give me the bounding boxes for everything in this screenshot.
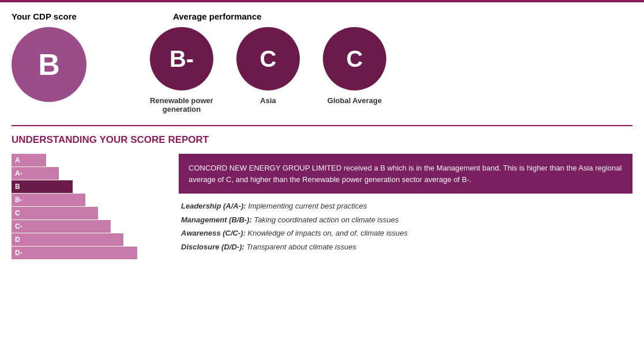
score-description-box: CONCORD NEW ENERGY GROUP LIMITED receive…: [179, 154, 632, 194]
band-leadership-name: Leadership (A/A-):: [181, 202, 248, 210]
asia-circle: C: [236, 27, 300, 90]
global-circle: C: [323, 27, 386, 90]
global-score: C: [347, 46, 363, 72]
right-section: CONCORD NEW ENERGY GROUP LIMITED receive…: [179, 154, 632, 252]
stair-row-a: A: [12, 154, 161, 166]
global-label: Global Average: [327, 96, 382, 105]
average-performance-label: Average performance: [173, 12, 262, 21]
band-disclosure-name: Disclosure (D/D-):: [181, 243, 246, 251]
stair-row-d: D: [12, 233, 161, 246]
band-awareness-name: Awareness (C/C-):: [181, 229, 248, 237]
stair-bar-cminus: C-: [12, 220, 111, 233]
renewable-label: Renewable powergeneration: [150, 96, 213, 113]
stair-row-cminus: C-: [12, 220, 161, 233]
band-item-awareness: Awareness (C/C-): Knowledge of impacts o…: [181, 228, 632, 239]
band-disclosure-desc: Transparent about climate issues: [246, 243, 356, 251]
band-item-leadership: Leadership (A/A-): Implementing current …: [181, 200, 632, 212]
circle-item-global: C Global Average: [323, 27, 386, 105]
main-container: Your CDP score B Average performance B- …: [0, 2, 644, 269]
stair-row-aminus: A-: [12, 167, 161, 180]
band-descriptions: Leadership (A/A-): Implementing current …: [179, 200, 632, 252]
section-divider: [12, 125, 632, 126]
understanding-title: UNDERSTANDING YOUR SCORE REPORT: [12, 134, 632, 146]
asia-label: Asia: [260, 96, 276, 105]
circle-item-asia: C Asia: [236, 27, 300, 105]
stair-bar-b: B: [12, 180, 73, 193]
stair-row-b: B: [12, 180, 161, 193]
band-item-disclosure: Disclosure (D/D-): Transparent about cli…: [181, 241, 632, 253]
average-performance-section: Average performance B- Renewable powerge…: [138, 12, 632, 113]
circle-item-renewable: B- Renewable powergeneration: [150, 27, 213, 113]
score-description-text: CONCORD NEW ENERGY GROUP LIMITED receive…: [189, 164, 622, 184]
stair-bar-d: D: [12, 233, 123, 246]
cdp-score-section: Your CDP score B: [12, 12, 138, 102]
stair-bar-aminus: A-: [12, 167, 59, 180]
stair-bar-bminus: B-: [12, 194, 85, 206]
stair-bar-a: A: [12, 154, 46, 166]
staircase-chart: A A- B B- C C- D D-: [12, 154, 161, 260]
stair-row-bminus: B-: [12, 194, 161, 206]
renewable-circle: B-: [150, 27, 213, 90]
cdp-score-value: B: [38, 47, 60, 82]
stair-row-dminus: D-: [12, 247, 161, 259]
top-section: Your CDP score B Average performance B- …: [12, 12, 632, 113]
band-management-name: Management (B/B-):: [181, 215, 254, 224]
band-management-desc: Taking coordinated action on climate iss…: [254, 215, 398, 224]
band-leadership-desc: Implementing current best practices: [248, 202, 367, 210]
band-awareness-desc: Knowledge of impacts on, and of, climate…: [248, 229, 408, 237]
asia-score: C: [260, 46, 277, 72]
bottom-section: A A- B B- C C- D D-: [12, 154, 632, 260]
cdp-score-circle: B: [12, 27, 86, 102]
band-item-management: Management (B/B-): Taking coordinated ac…: [181, 214, 632, 226]
stair-row-c: C: [12, 207, 161, 219]
stair-bar-dminus: D-: [12, 247, 137, 259]
renewable-score: B-: [170, 46, 194, 72]
stair-bar-c: C: [12, 207, 98, 219]
cdp-score-label: Your CDP score: [12, 12, 77, 21]
circles-row: B- Renewable powergeneration C Asia C Gl…: [150, 27, 386, 113]
